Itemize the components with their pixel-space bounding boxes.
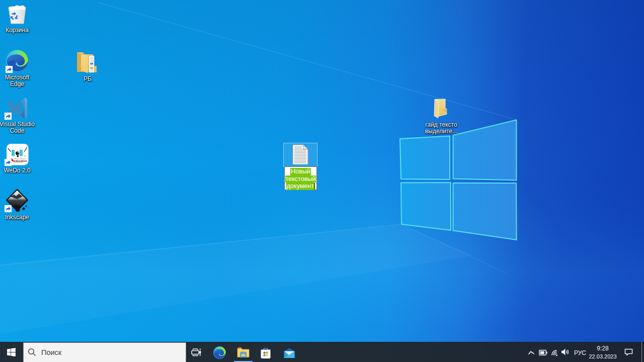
svg-text:education: education	[14, 159, 27, 162]
